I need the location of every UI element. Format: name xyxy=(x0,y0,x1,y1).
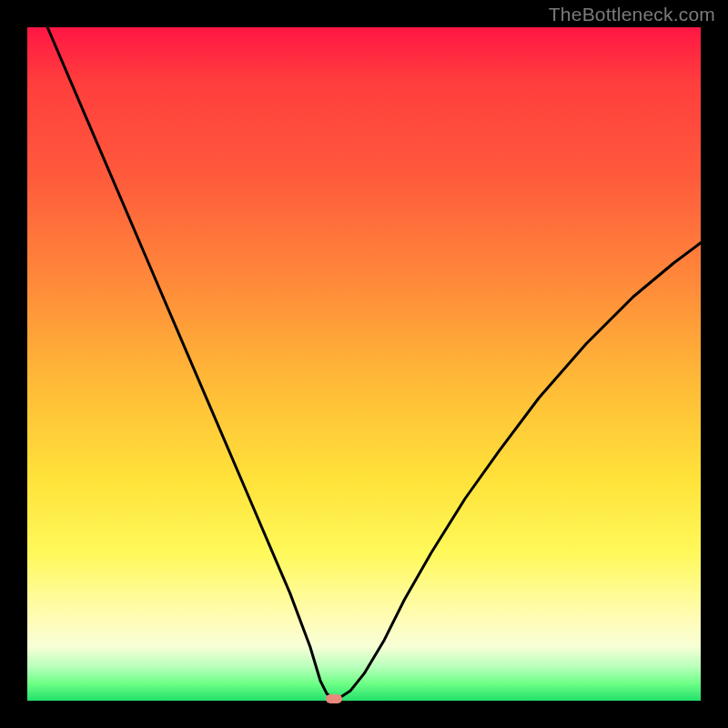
optimum-marker xyxy=(326,694,342,703)
watermark-text: TheBottleneck.com xyxy=(549,4,715,25)
bottleneck-curve xyxy=(27,27,701,701)
chart-container: TheBottleneck.com xyxy=(0,0,728,728)
